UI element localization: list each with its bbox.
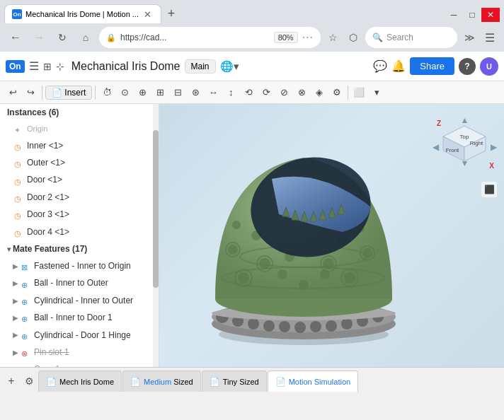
tab-tiny-sized[interactable]: 📄 Tiny Sized (202, 371, 267, 392)
item-label: Door 2 <1> (27, 190, 69, 204)
extensions-button[interactable]: ≫ (461, 29, 478, 46)
expand-icon: ▶ (13, 312, 20, 324)
divider-3 (348, 86, 348, 100)
mate-features-header[interactable]: ▾ Mate Features (17) (0, 240, 159, 257)
insert-button[interactable]: 📄 Insert (45, 86, 92, 100)
tool14-icon[interactable]: ⬜ (350, 84, 367, 101)
tool6-icon[interactable]: ↔ (205, 84, 222, 101)
mate-item[interactable]: ▶ ⊕ Ball - Inner to Door 1 (0, 309, 159, 326)
bell-icon[interactable]: 🔔 (391, 59, 406, 73)
scrollbar[interactable] (153, 104, 159, 367)
tool8-icon[interactable]: ⟲ (240, 84, 257, 101)
onshape-logo[interactable]: On (6, 60, 25, 73)
tool7-icon[interactable]: ↕ (222, 84, 239, 101)
svg-point-9 (310, 321, 321, 332)
settings-icon[interactable]: ⊹ (56, 61, 64, 72)
divider-2 (95, 86, 96, 100)
hamburger-menu[interactable]: ☰ (29, 59, 39, 73)
list-item[interactable]: ◷ Door 2 <1> (0, 189, 159, 206)
url-text: https://cad... (120, 33, 270, 42)
mate-label: Fastened - Inner to Origin (34, 259, 131, 273)
app-header: On ☰ ⊞ ⊹ Mechanical Iris Dome Main 🌐▾ 💬 … (0, 52, 504, 81)
tab-favicon: On (12, 9, 22, 19)
tool12-icon[interactable]: ◈ (311, 84, 328, 101)
filter-icon[interactable]: ⊞ (43, 61, 52, 72)
forward-button[interactable]: → (29, 28, 49, 47)
view-cube-button[interactable]: ⬛ (481, 182, 497, 197)
redo-button[interactable]: ↪ (22, 84, 39, 101)
settings-tab-button[interactable]: ⚙ (21, 371, 38, 392)
tool10-icon[interactable]: ⊘ (275, 84, 292, 101)
list-item[interactable]: ◷ Door 3 <1> (0, 206, 159, 223)
list-item[interactable]: ◷ Door 4 <1> (0, 223, 159, 240)
main-area: Instances (6) ✦ Origin ◷ Inner <1> ◷ Out… (0, 104, 504, 367)
mate-item[interactable]: ▶ ⊠ Fastened - Inner to Origin (0, 257, 159, 274)
mate-item[interactable]: ▶ ⊕ Ball - Inner to Outer (0, 274, 159, 291)
sidebar: Instances (6) ✦ Origin ◷ Inner <1> ◷ Out… (0, 104, 159, 367)
tool15-icon[interactable]: ▾ (368, 84, 385, 101)
clock-icon[interactable]: ⏱ (98, 84, 115, 101)
list-item[interactable]: ◷ Door <1> (0, 171, 159, 188)
minimize-button[interactable]: ─ (445, 8, 463, 22)
mate-item[interactable]: ▶ ⊗ Pin slot 1 (0, 344, 159, 361)
home-button[interactable]: ⌂ (76, 28, 96, 47)
mate-icon: ⊕ (21, 330, 31, 340)
svg-point-10 (326, 320, 337, 332)
list-item[interactable]: ✦ Origin (0, 121, 159, 137)
tab-motion-simulation[interactable]: 📄 Motion Simulation (268, 371, 358, 392)
tool2-icon[interactable]: ⊕ (134, 84, 151, 101)
url-bar[interactable]: 🔒 https://cad... 80% ··· (99, 27, 321, 48)
mate-item[interactable]: ▶ ⊕ Cylindrical - Inner to Outer (0, 292, 159, 309)
close-button[interactable]: ✕ (481, 8, 500, 22)
chat-icon[interactable]: 💬 (373, 59, 387, 73)
tool1-icon[interactable]: ⊙ (116, 84, 133, 101)
tab-close-icon[interactable]: ✕ (142, 8, 154, 20)
zoom-badge: 80% (274, 32, 298, 43)
tool3-icon[interactable]: ⊞ (151, 84, 168, 101)
item-label: Outer <1> (27, 156, 65, 170)
reading-list-icon[interactable]: ⬡ (345, 29, 362, 46)
maximize-button[interactable]: □ (463, 8, 481, 22)
mate-label: Gear 1 (34, 362, 60, 367)
undo-button[interactable]: ↩ (4, 84, 21, 101)
viewport: ▲ ▶ ▼ ◀ Top Front (159, 104, 504, 367)
share-button[interactable]: Share (410, 57, 454, 75)
tab-medium-sized[interactable]: 📄 Medium Sized (122, 371, 201, 392)
svg-text:Top: Top (460, 134, 469, 140)
address-bar: ← → ↻ ⌂ 🔒 https://cad... 80% ··· ☆ ⬡ 🔍 S… (0, 23, 504, 52)
tool4-icon[interactable]: ⊟ (169, 84, 186, 101)
mate-item[interactable]: ⚙ Gear 1 (0, 361, 159, 367)
tab-mech-iris[interactable]: 📄 Mech Iris Dome (38, 371, 122, 392)
mate-item[interactable]: ▶ ⊕ Cylindrical - Door 1 Hinge (0, 327, 159, 344)
new-tab-button[interactable]: + (161, 4, 181, 23)
back-button[interactable]: ← (6, 28, 25, 47)
more-options-icon[interactable]: ··· (302, 31, 314, 44)
nav-cube[interactable]: Top Front Right (438, 122, 484, 161)
mate-icon: ⊕ (21, 296, 31, 305)
expand-icon: ▶ (13, 277, 20, 289)
svg-point-16 (238, 272, 249, 284)
expand-icon: ▶ (13, 260, 20, 272)
app-container: On ☰ ⊞ ⊹ Mechanical Iris Dome Main 🌐▾ 💬 … (0, 52, 504, 391)
branch-button[interactable]: Main (185, 59, 216, 74)
svg-point-11 (341, 318, 353, 329)
tool5-icon[interactable]: ⊛ (187, 84, 204, 101)
search-box[interactable]: 🔍 Search (365, 27, 457, 48)
search-placeholder-text: Search (386, 33, 413, 42)
add-tab-button[interactable]: + (3, 371, 20, 392)
header-label: Mate Features (17) (13, 244, 87, 254)
tool13-icon[interactable]: ⚙ (328, 84, 345, 101)
help-button[interactable]: ? (459, 58, 476, 75)
tool11-icon[interactable]: ⊗ (293, 84, 310, 101)
tool9-icon[interactable]: ⟳ (258, 84, 275, 101)
user-avatar[interactable]: U (480, 57, 498, 76)
list-item[interactable]: ◷ Outer <1> (0, 154, 159, 171)
browser-menu-button[interactable]: ☰ (481, 29, 498, 46)
tab-icon: 📄 (210, 377, 220, 387)
list-item[interactable]: ◷ Inner <1> (0, 137, 159, 154)
bookmark-icon[interactable]: ☆ (324, 29, 341, 46)
active-tab[interactable]: On Mechanical Iris Dome | Motion ... ✕ (4, 4, 161, 23)
tab-label: Motion Simulation (289, 378, 350, 386)
globe-icon[interactable]: 🌐▾ (220, 60, 239, 73)
refresh-button[interactable]: ↻ (52, 28, 72, 47)
